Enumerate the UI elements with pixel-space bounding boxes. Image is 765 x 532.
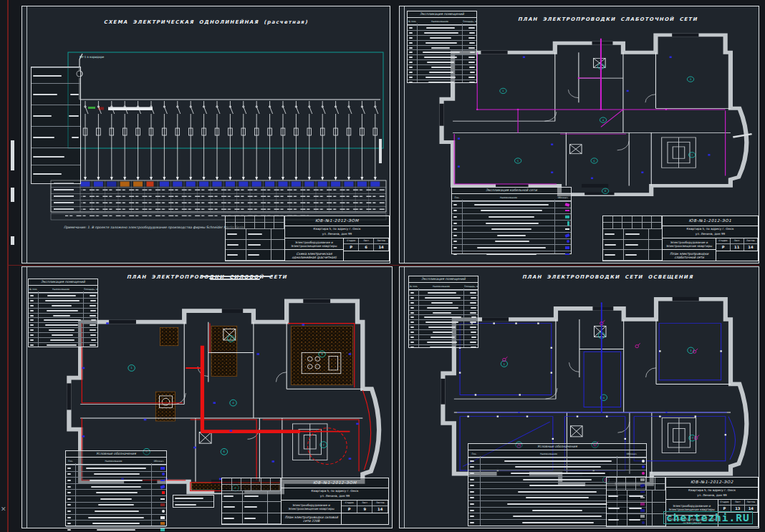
bar — [504, 460, 612, 462]
title-block: ЮВ-№1-2012-ЭОМ Квартира 5, по адресу г. … — [225, 216, 390, 261]
stamp-main: ЮВ-№1-2012-ЭОМ Квартира 5, по адресу г. … — [282, 478, 388, 524]
bar — [33, 75, 62, 77]
frame-side-label — [379, 139, 382, 163]
bar — [468, 57, 475, 58]
doc-number: ЮВ-№1-2012-ЭОМ — [285, 216, 389, 226]
cable-legend-table: Экспликация кабельной сети Поз.Наименова… — [451, 187, 572, 254]
bar — [605, 233, 615, 235]
table-row — [409, 295, 478, 300]
bar — [50, 339, 74, 341]
bar — [244, 495, 259, 497]
bar — [410, 302, 414, 304]
bar — [95, 511, 139, 512]
project-name: Электрооборудование и Электроосвещение к… — [663, 238, 716, 250]
legend-symbol-icon — [160, 522, 165, 525]
bar — [409, 52, 413, 53]
bar — [470, 72, 475, 73]
bar — [529, 485, 585, 486]
bar — [90, 480, 143, 481]
frame-margin-line — [404, 6, 405, 263]
legend-symbol-icon — [565, 210, 569, 211]
stamp-sign-row — [222, 491, 281, 502]
bar — [67, 511, 71, 512]
legend-symbol-icon — [162, 510, 165, 513]
table-row — [409, 339, 478, 344]
bar — [429, 72, 453, 73]
object-address: Квартира 5, по адресу г. Омск ул. Ленина… — [663, 226, 758, 238]
bar — [67, 523, 71, 524]
bar — [409, 67, 413, 68]
stamp-header-row — [226, 223, 284, 229]
tiled-hatch-zones — [155, 327, 352, 491]
label-bar — [108, 107, 153, 111]
column-divider — [462, 200, 463, 253]
bar — [72, 137, 79, 138]
bar — [45, 324, 78, 326]
stamp-meta-labels: Стадия Лист Листов — [718, 500, 758, 506]
bar — [175, 504, 196, 506]
sheet-schematic[interactable]: ВУ-1 в коридоре СХЕМА ЭЛЕКТРИЧЕСКАЯ ОДНО… — [21, 6, 390, 263]
sheet-label: Лист — [731, 500, 744, 505]
table-header: Поз.НаименованиеОбознач. — [452, 194, 571, 201]
sheet-lighting-plan[interactable]: ПЛАН ЭЛЕКТРОПРОВОДКИ СЕТИ ОСВЕЩЕНИЯ Эксп… — [399, 266, 759, 528]
table-row — [408, 45, 476, 50]
bar — [90, 300, 96, 301]
sheet-low-current-plan[interactable]: ПЛАН ЭЛЕКТРОПРОВОДКИ СЛАБОТОЧНОЙ СЕТИ Эк… — [399, 6, 759, 263]
bar — [33, 115, 52, 117]
bar — [522, 522, 594, 523]
sheet-number: 11 — [731, 244, 744, 251]
bar — [433, 332, 453, 333]
table-row — [32, 83, 80, 105]
bar — [470, 510, 474, 511]
bar — [486, 223, 539, 224]
bar — [470, 516, 474, 517]
legend-symbol-icon — [565, 253, 569, 255]
table-row — [409, 314, 478, 319]
bar — [97, 529, 135, 531]
bar — [453, 204, 457, 205]
table-row — [29, 303, 97, 308]
column-divider — [480, 456, 481, 526]
bar — [91, 486, 141, 488]
legend-row — [452, 226, 571, 232]
bar — [625, 233, 640, 235]
object-line: ул. Ленина, дом 99 — [285, 232, 389, 237]
sheet-power-plan[interactable]: ПЛАН ЭЛЕКТРОПРОВОДКИ СИЛОВОЙ СЕТИ Экспли… — [21, 266, 393, 528]
bar — [30, 344, 34, 346]
table-row — [408, 30, 476, 35]
bar — [471, 316, 476, 318]
legend-symbol-icon — [160, 516, 165, 519]
frame-margin-line — [404, 267, 405, 528]
bar — [409, 27, 413, 29]
legend-symbol-icon — [160, 467, 165, 470]
bar — [409, 62, 413, 63]
room-schedule-table: Экспликация помещений № пом.Наименование… — [28, 279, 98, 347]
bar — [409, 57, 413, 58]
table-header: Поз.НаименованиеОбознач. — [468, 450, 646, 458]
stamp-sign-row — [603, 240, 662, 251]
bar — [430, 347, 456, 348]
column-divider — [38, 291, 39, 347]
title-block: ЮВ-№1-2012-ЭОМ Квартира 5, по адресу г. … — [221, 478, 389, 525]
bar — [495, 241, 529, 242]
stamp-sign-row — [226, 250, 284, 261]
bar — [90, 324, 96, 326]
bar — [470, 342, 476, 343]
bar — [629, 508, 642, 509]
bar — [90, 344, 96, 346]
table-row — [173, 495, 213, 501]
table-row — [32, 147, 80, 165]
bar — [98, 504, 134, 506]
stamp-revision-grid — [226, 216, 285, 261]
bar — [67, 529, 71, 531]
legend-row — [452, 238, 571, 245]
bar — [69, 115, 79, 117]
corner-mark: ✕ — [1, 506, 6, 513]
bar — [427, 307, 458, 309]
bar — [52, 305, 72, 306]
table-row — [408, 69, 476, 74]
doc-number: ЮВ-№1-2012-ЭОМ — [282, 478, 388, 488]
doc-number: ЮВ-№1-2012-ЭО2 — [666, 478, 758, 488]
plan-note-bar — [201, 276, 273, 277]
bar — [90, 329, 96, 331]
